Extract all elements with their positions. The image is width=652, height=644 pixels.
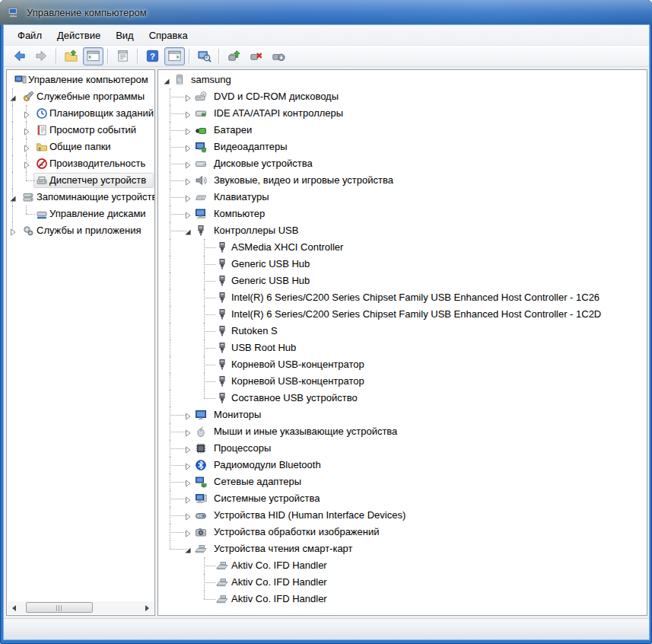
- expand-arrow-icon[interactable]: [184, 177, 192, 184]
- disable-device-button[interactable]: [268, 47, 288, 65]
- uninstall-device-button[interactable]: [246, 47, 266, 65]
- collapse-arrow-icon[interactable]: [163, 76, 170, 84]
- tree-item-label: Радиомодули Bluetooth: [214, 457, 321, 473]
- usb-device-icon: [216, 342, 228, 354]
- expand-arrow-icon[interactable]: [184, 143, 192, 151]
- tree-item[interactable]: Клавиатуры: [158, 189, 647, 206]
- expand-arrow-icon[interactable]: [23, 143, 30, 151]
- scroll-thumb[interactable]: [26, 602, 93, 613]
- tree-item-label: Intel(R) 6 Series/C200 Series Chipset Fa…: [231, 306, 601, 323]
- expand-arrow-icon[interactable]: [184, 428, 192, 435]
- forward-button[interactable]: [31, 47, 52, 65]
- tree-item[interactable]: Диспетчер устройств: [7, 172, 154, 189]
- device-down-arrow-icon: [271, 49, 285, 63]
- tree-item[interactable]: Процессоры: [158, 440, 647, 457]
- tree-item[interactable]: Aktiv Co. IFD Handler: [158, 557, 647, 574]
- services-icon: [22, 225, 34, 237]
- tree-item[interactable]: Планировщик заданий: [7, 105, 154, 122]
- tree-item[interactable]: Aktiv Co. IFD Handler: [158, 591, 647, 607]
- tree-item[interactable]: Управление компьютером: [7, 72, 154, 88]
- tree-item[interactable]: ASMedia XHCI Controller: [158, 239, 647, 256]
- update-driver-button[interactable]: [224, 47, 244, 65]
- menu-action[interactable]: Действие: [49, 27, 108, 43]
- tree-item[interactable]: Generic USB Hub: [158, 273, 647, 289]
- properties-button[interactable]: [113, 47, 133, 65]
- tree-item[interactable]: Служебные программы: [7, 88, 154, 105]
- expand-arrow-icon[interactable]: [184, 512, 192, 519]
- usb-device-icon: [216, 241, 228, 253]
- expand-arrow-icon[interactable]: [184, 495, 192, 502]
- tree-item[interactable]: Aktiv Co. IFD Handler: [158, 574, 647, 591]
- expand-arrow-icon[interactable]: [184, 445, 192, 452]
- tree-item[interactable]: Контроллеры USB: [158, 222, 647, 239]
- expand-arrow-icon[interactable]: [23, 126, 30, 134]
- help-badge-icon: ?: [145, 49, 160, 63]
- tree-item-label: Звуковые, видео и игровые устройства: [214, 172, 393, 189]
- expand-arrow-icon[interactable]: [184, 110, 192, 117]
- tree-item[interactable]: Производительность: [7, 155, 154, 172]
- scroll-right-button[interactable]: [141, 601, 154, 614]
- tree-item[interactable]: USB Root Hub: [158, 340, 647, 356]
- tree-item[interactable]: Общие папки: [7, 139, 154, 155]
- tree-item[interactable]: Intel(R) 6 Series/C200 Series Chipset Fa…: [158, 306, 647, 323]
- expand-arrow-icon[interactable]: [184, 461, 192, 469]
- help-button[interactable]: ?: [142, 47, 163, 65]
- tree-item[interactable]: Видеоадаптеры: [158, 139, 647, 155]
- expand-arrow-icon[interactable]: [9, 227, 17, 234]
- back-button[interactable]: [9, 47, 30, 65]
- tree-item[interactable]: Устройства обработки изображений: [158, 524, 647, 540]
- menu-file[interactable]: Файл: [10, 27, 49, 43]
- tree-item[interactable]: Составное USB устройство: [158, 390, 647, 406]
- tree-item[interactable]: DVD и CD-ROM дисководы: [158, 88, 647, 105]
- tree-item[interactable]: Просмотр событий: [7, 122, 154, 139]
- tree-item[interactable]: Мониторы: [158, 406, 647, 423]
- collapse-arrow-icon[interactable]: [184, 545, 192, 553]
- tree-item[interactable]: Управление дисками: [7, 206, 154, 222]
- collapse-arrow-icon[interactable]: [184, 227, 192, 234]
- tree-item[interactable]: Компьютер: [158, 206, 647, 222]
- scroll-left-button[interactable]: [8, 601, 21, 614]
- collapse-arrow-icon[interactable]: [9, 193, 17, 201]
- expand-arrow-icon[interactable]: [23, 110, 30, 117]
- tree-item[interactable]: Дисковые устройства: [158, 155, 647, 172]
- horizontal-scrollbar[interactable]: [8, 601, 154, 614]
- computer-icon: [195, 208, 207, 220]
- up-level-button[interactable]: [61, 47, 81, 65]
- expand-arrow-icon[interactable]: [184, 411, 192, 419]
- tree-item[interactable]: Generic USB Hub: [158, 256, 647, 273]
- collapse-arrow-icon[interactable]: [9, 93, 17, 100]
- expand-arrow-icon[interactable]: [184, 126, 192, 134]
- show-action-pane-button[interactable]: [164, 47, 185, 65]
- tree-item[interactable]: Intel(R) 6 Series/C200 Series Chipset Fa…: [158, 289, 647, 306]
- tree-item[interactable]: Запоминающие устройства: [7, 189, 154, 206]
- tree-item[interactable]: Корневой USB-концентратор: [158, 373, 647, 390]
- scan-hardware-changes-button[interactable]: [194, 47, 215, 65]
- show-console-tree-button[interactable]: [83, 47, 103, 65]
- tree-item[interactable]: Батареи: [158, 122, 647, 139]
- expand-arrow-icon[interactable]: [23, 160, 30, 167]
- tree-item[interactable]: samsung: [158, 72, 647, 88]
- tree-item[interactable]: Радиомодули Bluetooth: [158, 457, 647, 473]
- tree-item[interactable]: Звуковые, видео и игровые устройства: [158, 172, 647, 189]
- expand-arrow-icon[interactable]: [184, 210, 192, 218]
- disk-drive-icon: [195, 158, 207, 170]
- title-bar[interactable]: Управление компьютером: [0, 0, 652, 25]
- tree-item[interactable]: IDE ATA/ATAPI контроллеры: [158, 105, 647, 122]
- tree-item[interactable]: Rutoken S: [158, 323, 647, 340]
- tree-item[interactable]: Службы и приложения: [7, 222, 154, 239]
- expand-arrow-icon[interactable]: [184, 193, 192, 201]
- menu-help[interactable]: Справка: [142, 27, 196, 43]
- tree-item[interactable]: Корневой USB-концентратор: [158, 356, 647, 373]
- menu-view[interactable]: Вид: [108, 27, 142, 43]
- tree-item[interactable]: Устройства HID (Human Interface Devices): [158, 507, 647, 524]
- tree-item[interactable]: Сетевые адаптеры: [158, 473, 647, 490]
- properties-sheet-icon: [116, 49, 130, 63]
- tree-item[interactable]: Мыши и иные указывающие устройства: [158, 423, 647, 440]
- expand-arrow-icon[interactable]: [184, 478, 192, 486]
- expand-arrow-icon[interactable]: [184, 93, 192, 100]
- tree-item[interactable]: Системные устройства: [158, 490, 647, 507]
- tree-item[interactable]: Устройства чтения смарт-карт: [158, 540, 647, 557]
- expand-arrow-icon[interactable]: [184, 528, 192, 536]
- expand-arrow-icon[interactable]: [184, 160, 192, 167]
- tree-item-label: Корневой USB-концентратор: [231, 373, 364, 390]
